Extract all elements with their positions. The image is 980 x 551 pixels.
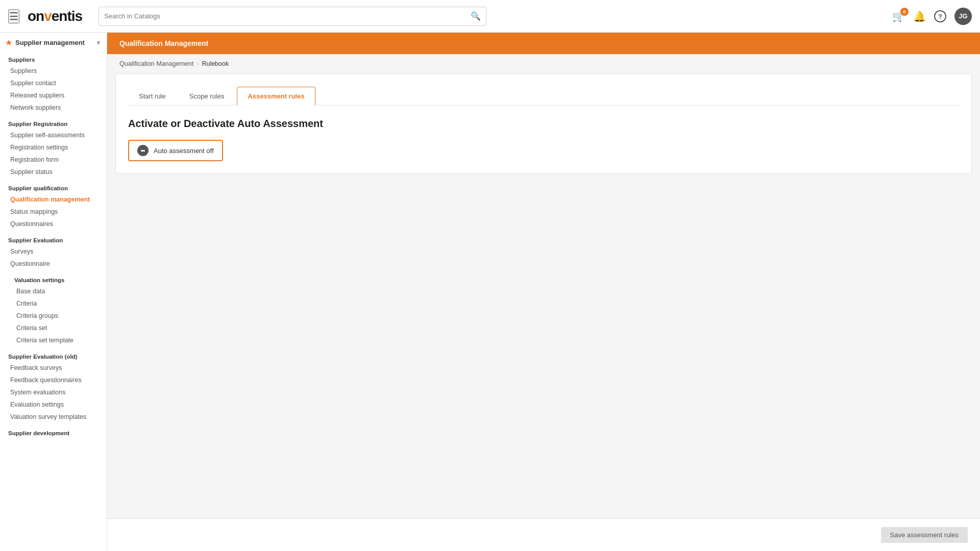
tab-assessment-rules-label: Assessment rules: [248, 92, 304, 100]
cart-button[interactable]: 🛒 0: [892, 10, 905, 22]
sidebar-item-base-data[interactable]: Base data: [0, 285, 107, 297]
sidebar-item-valuation-survey-templates[interactable]: Valuation survey templates: [0, 411, 107, 423]
user-avatar[interactable]: JG: [954, 8, 972, 25]
top-navigation: ☰ onventis 🔍 🛒 0 🔔 ? JG: [0, 0, 980, 33]
sidebar-item-evaluation-settings[interactable]: Evaluation settings: [0, 398, 107, 411]
logo-text: onventis: [28, 8, 82, 24]
hamburger-button[interactable]: ☰: [8, 9, 19, 23]
search-input[interactable]: [104, 12, 471, 20]
toggle-label: Auto assessment off: [154, 147, 214, 155]
tab-scope-rules-label: Scope rules: [189, 92, 225, 100]
logo-v: v: [44, 8, 52, 24]
main-card: Start rule Scope rules Assessment rules …: [115, 73, 972, 174]
save-assessment-rules-button[interactable]: Save assessment rules: [881, 527, 968, 543]
sidebar-item-questionnaire[interactable]: Questionnaire: [0, 258, 107, 270]
tab-start-rule[interactable]: Start rule: [128, 87, 177, 106]
logo-prefix: on: [28, 8, 44, 24]
sidebar-item-criteria[interactable]: Criteria: [0, 297, 107, 310]
supplier-management-icon: ★: [5, 38, 12, 47]
search-bar[interactable]: 🔍: [99, 7, 486, 26]
group-header-development: Supplier development: [0, 423, 107, 438]
group-header-evaluation: Supplier Evaluation: [0, 230, 107, 245]
sidebar-item-released-suppliers[interactable]: Released suppliers: [0, 89, 107, 102]
sidebar-item-criteria-groups[interactable]: Criteria groups: [0, 310, 107, 322]
sidebar-section-top[interactable]: ★ Supplier management ▼: [0, 33, 107, 49]
sidebar-item-supplier-status[interactable]: Supplier status: [0, 166, 107, 178]
logo: onventis: [28, 8, 82, 24]
breadcrumb-qualification-management[interactable]: Qualification Management: [119, 60, 193, 67]
page-header: Qualification Management: [107, 33, 980, 54]
sidebar-item-supplier-contact[interactable]: Supplier contact: [0, 77, 107, 89]
group-header-valuation-settings: Valuation settings: [0, 270, 107, 285]
tab-assessment-rules[interactable]: Assessment rules: [237, 87, 315, 106]
breadcrumb-separator: ›: [197, 60, 199, 67]
help-button[interactable]: ?: [934, 10, 946, 23]
search-icon: 🔍: [471, 11, 481, 21]
content-area: Qualification Management › Rulebook Star…: [107, 54, 980, 518]
nav-actions: 🛒 0 🔔 ? JG: [892, 8, 972, 25]
sidebar-item-feedback-surveys[interactable]: Feedback surveys: [0, 362, 107, 374]
tab-scope-rules[interactable]: Scope rules: [179, 87, 235, 106]
page-header-title: Qualification Management: [119, 39, 208, 47]
sidebar-item-suppliers[interactable]: Suppliers: [0, 65, 107, 77]
toggle-icon: [137, 145, 149, 156]
sidebar-item-criteria-set-template[interactable]: Criteria set template: [0, 334, 107, 346]
main-content-area: Qualification Management Qualification M…: [107, 33, 980, 551]
main-layout: ★ Supplier management ▼ Suppliers Suppli…: [0, 33, 980, 551]
sidebar-item-registration-form[interactable]: Registration form: [0, 154, 107, 166]
breadcrumb-rulebook: Rulebook: [202, 60, 229, 67]
tab-start-rule-label: Start rule: [139, 92, 166, 100]
sidebar-item-surveys[interactable]: Surveys: [0, 245, 107, 258]
sidebar-item-network-suppliers[interactable]: Network suppliers: [0, 102, 107, 114]
save-button-container: Save assessment rules: [107, 518, 980, 551]
breadcrumb: Qualification Management › Rulebook: [107, 54, 980, 73]
sidebar-item-criteria-set[interactable]: Criteria set: [0, 322, 107, 334]
sidebar-item-system-evaluations[interactable]: System evaluations: [0, 386, 107, 398]
sidebar-item-questionnaires[interactable]: Questionnaires: [0, 218, 107, 230]
auto-assessment-toggle[interactable]: Auto assessment off: [128, 140, 223, 161]
sidebar-item-feedback-questionnaires[interactable]: Feedback questionnaires: [0, 374, 107, 386]
group-header-evaluation-old: Supplier Evaluation (old): [0, 346, 107, 362]
notifications-button[interactable]: 🔔: [913, 10, 926, 22]
sidebar: ★ Supplier management ▼ Suppliers Suppli…: [0, 33, 107, 551]
logo-suffix: entis: [52, 8, 82, 24]
sidebar-item-registration-settings[interactable]: Registration settings: [0, 141, 107, 154]
cart-badge: 0: [900, 8, 909, 16]
sidebar-top-label: Supplier management: [15, 39, 85, 46]
group-header-qualification: Supplier qualification: [0, 178, 107, 193]
chevron-down-icon: ▼: [95, 39, 102, 46]
tab-bar: Start rule Scope rules Assessment rules: [128, 86, 959, 106]
section-title: Activate or Deactivate Auto Assessment: [128, 118, 959, 130]
group-header-suppliers: Suppliers: [0, 49, 107, 65]
sidebar-item-qualification-management[interactable]: Qualification management: [0, 193, 107, 206]
sidebar-item-self-assessments[interactable]: Supplier self-assessments: [0, 129, 107, 141]
group-header-registration: Supplier Registration: [0, 114, 107, 129]
sidebar-item-status-mappings[interactable]: Status mappings: [0, 206, 107, 218]
